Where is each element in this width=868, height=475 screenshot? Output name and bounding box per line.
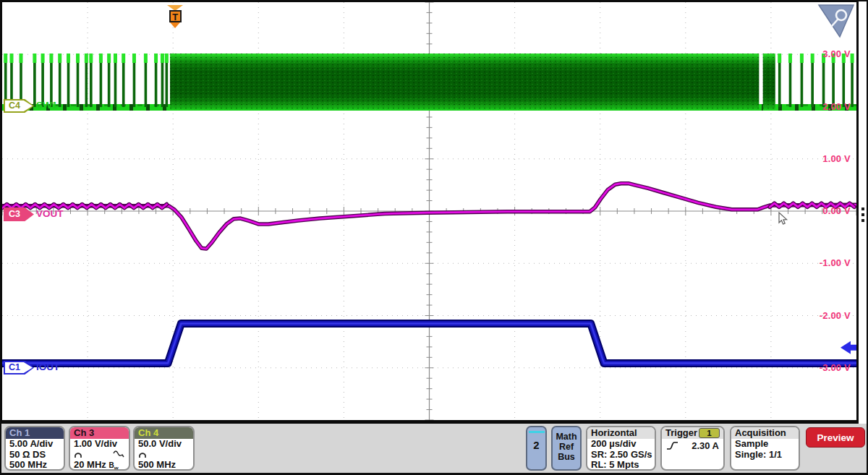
probe-icon: [74, 450, 82, 458]
right-gutter: [859, 0, 868, 424]
trigger-level-arrow[interactable]: [841, 341, 856, 354]
trigger-position-marker[interactable]: T: [166, 5, 184, 28]
badge-label: C3: [4, 207, 25, 221]
voltage-scale-label: -2.00 V: [820, 310, 851, 321]
ch1-scale: 5.00 A/div: [6, 439, 64, 450]
ch1-coupling: 50 Ω DS: [6, 450, 64, 461]
badge-label: C4: [4, 99, 25, 113]
rising-edge-icon: [666, 441, 679, 450]
waveform-canvas[interactable]: [2, 2, 856, 420]
overflow-menu[interactable]: [861, 207, 864, 222]
trigger-marker-tail-icon: [170, 22, 180, 28]
channel-badge-c3[interactable]: C3: [4, 207, 34, 221]
voltage-scale-label: 0.00 V: [822, 205, 851, 216]
math-ref-bus-button[interactable]: Math Ref Bus: [551, 426, 582, 471]
scope-settings-bar: Ch 1 5.00 A/div 50 Ω DS 500 MHz Ch 3 1.0…: [0, 424, 868, 475]
horizontal-timebase: 200 µs/div: [587, 439, 655, 450]
waveform-color-strip: [529, 431, 545, 433]
trigger-source-badge: 1: [699, 428, 720, 438]
horizontal-settings-box[interactable]: Horizontal 200 µs/div SR: 2.50 GS/s RL: …: [586, 426, 656, 471]
acquisition-mode: Sample: [731, 439, 799, 450]
voltage-scale-label: -1.00 V: [820, 257, 851, 268]
ch3-scale: 1.00 V/div: [70, 439, 129, 450]
bus-label: Bus: [553, 452, 580, 462]
badge-label: C1: [4, 361, 25, 375]
trigger-settings-box[interactable]: Trigger 1 2.30 A: [660, 426, 725, 471]
ch4-scale: 50.0 V/div: [135, 439, 193, 450]
waveform-view-button[interactable]: 2: [526, 426, 547, 471]
ch4-bandwidth: 500 MHz: [135, 460, 193, 471]
trigger-marker-t-icon: T: [169, 10, 182, 22]
channel-badge-c1[interactable]: C1: [4, 361, 34, 375]
horizontal-record-length: RL: 5 Mpts: [587, 460, 655, 471]
math-label: Math: [553, 432, 580, 442]
horizontal-header: Horizontal: [587, 427, 655, 439]
trigger-header: Trigger: [665, 427, 697, 439]
ch3-bandwidth: 20 MHz Bw: [70, 460, 129, 471]
horizontal-sample-rate: SR: 2.50 GS/s: [587, 450, 655, 461]
voltage-scale-label: 2.00 V: [822, 101, 851, 112]
probe-icon: [138, 450, 147, 458]
voltage-scale-label: -3.00 V: [820, 362, 851, 373]
preview-button[interactable]: Preview: [806, 427, 865, 448]
acquisition-header: Acquisition: [731, 427, 799, 439]
acquisition-count: Single: 1/1: [731, 450, 799, 461]
trace-c4-sw1: [2, 54, 856, 111]
channel-box-ch1[interactable]: Ch 1 5.00 A/div 50 Ω DS 500 MHz: [4, 426, 65, 471]
channel-badge-c4[interactable]: C4: [4, 99, 34, 113]
ch3-header: Ch 3: [70, 427, 129, 439]
ref-label: Ref: [553, 442, 580, 452]
waveform-view-count: 2: [527, 439, 545, 451]
waveform-display[interactable]: 3.00 V2.00 V1.00 V0.00 V-1.00 V-2.00 V-3…: [0, 0, 859, 424]
ch1-header: Ch 1: [6, 427, 64, 439]
mouse-cursor-icon: [778, 212, 789, 226]
zoom-corner-button[interactable]: [817, 4, 855, 38]
voltage-scale-label: 1.00 V: [822, 153, 851, 164]
ch4-header: Ch 4: [135, 427, 193, 439]
channel-box-ch3[interactable]: Ch 3 1.00 V/div 20 MHz Bw: [69, 426, 130, 471]
bw-limit-icon: Bw: [109, 461, 118, 469]
trigger-level-value: 2.30 A: [692, 440, 719, 451]
signal-label-sw1: SW1: [36, 100, 57, 111]
ch1-bandwidth: 500 MHz: [6, 460, 64, 471]
acquisition-settings-box[interactable]: Acquisition Sample Single: 1/1: [730, 426, 800, 471]
signal-label-vout: VOUT: [36, 208, 64, 219]
sine-wave-icon: [113, 450, 124, 458]
signal-label-iout: IOUT: [36, 361, 59, 372]
channel-box-ch4[interactable]: Ch 4 50.0 V/div 500 MHz: [133, 426, 195, 471]
voltage-scale-label: 3.00 V: [822, 48, 851, 59]
